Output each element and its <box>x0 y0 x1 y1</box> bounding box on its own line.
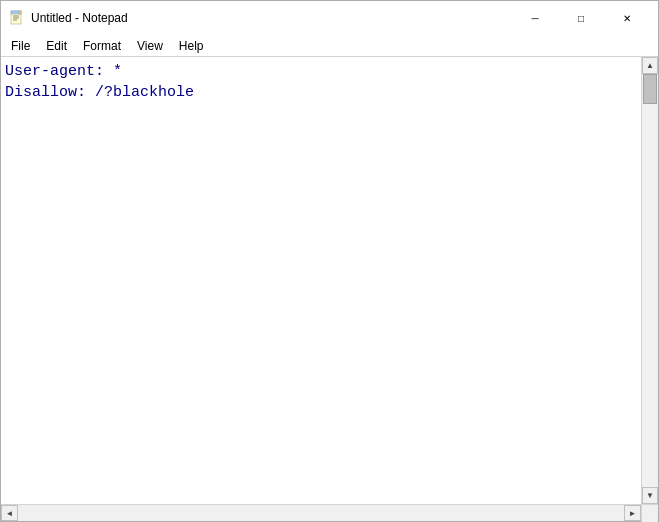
scroll-right-button[interactable]: ► <box>624 505 641 521</box>
minimize-button[interactable]: ─ <box>512 1 558 35</box>
view-menu[interactable]: View <box>129 35 171 56</box>
window-title: Untitled - Notepad <box>31 11 512 25</box>
bottom-bar: ◄ ► <box>1 504 658 521</box>
title-bar: Untitled - Notepad ─ □ ✕ <box>1 1 658 35</box>
notepad-window: Untitled - Notepad ─ □ ✕ File Edit Forma… <box>0 0 659 522</box>
menu-bar: File Edit Format View Help <box>1 35 658 57</box>
close-button[interactable]: ✕ <box>604 1 650 35</box>
format-menu[interactable]: Format <box>75 35 129 56</box>
edit-menu[interactable]: Edit <box>38 35 75 56</box>
scroll-left-button[interactable]: ◄ <box>1 505 18 521</box>
maximize-button[interactable]: □ <box>558 1 604 35</box>
content-area: ▲ ▼ <box>1 57 658 504</box>
scroll-track-horizontal[interactable] <box>18 505 624 521</box>
svg-marker-5 <box>19 11 21 14</box>
horizontal-scrollbar: ◄ ► <box>1 505 641 521</box>
scroll-up-button[interactable]: ▲ <box>642 57 658 74</box>
scroll-down-button[interactable]: ▼ <box>642 487 658 504</box>
vertical-scrollbar: ▲ ▼ <box>641 57 658 504</box>
scroll-thumb-vertical[interactable] <box>643 74 657 104</box>
help-menu[interactable]: Help <box>171 35 212 56</box>
scrollbar-corner <box>641 505 658 522</box>
text-editor[interactable] <box>1 57 641 504</box>
notepad-icon <box>9 10 25 26</box>
file-menu[interactable]: File <box>3 35 38 56</box>
scroll-track-vertical[interactable] <box>642 74 658 487</box>
window-controls: ─ □ ✕ <box>512 1 650 35</box>
